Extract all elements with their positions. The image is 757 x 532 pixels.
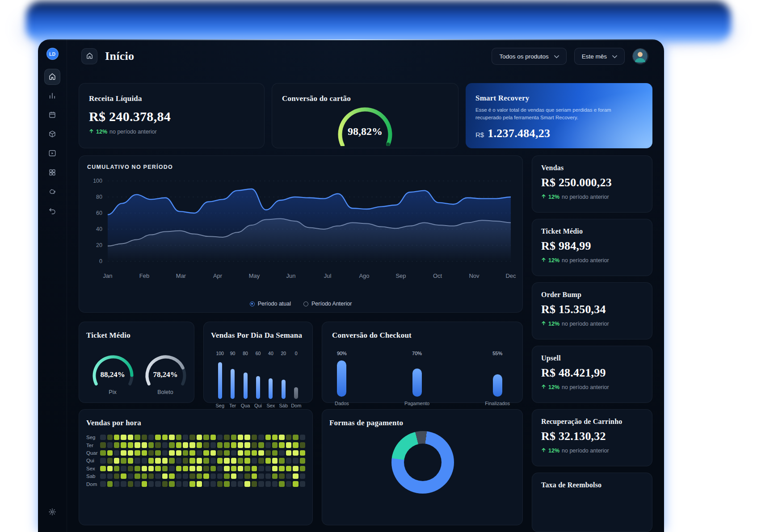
heatmap-cell [183, 458, 188, 463]
up-arrow-icon [541, 321, 546, 327]
heatmap-cell [244, 442, 250, 448]
delta-value: 12% [96, 129, 107, 135]
heatmap-cell [272, 481, 278, 486]
heatmap-cell [148, 473, 154, 479]
weekday-days-row: SegTerQuaQuiSexSábDom [211, 403, 305, 408]
heatmap-cell [197, 473, 202, 479]
product-filter-label: Todos os produtos [499, 53, 548, 60]
heatmap-row-label: Sab [86, 473, 100, 479]
heatmap-cell [279, 450, 284, 456]
stat-delta: 12% no período anterior [541, 384, 643, 390]
heatmap-cell [107, 435, 113, 440]
heatmap-cell [176, 481, 181, 486]
card-ticket-medio-gauges: Ticket Médio 88,24% Pix 78,24% Boleto [79, 322, 194, 403]
heatmap-cell [121, 450, 126, 456]
product-filter-dropdown[interactable]: Todos os produtos [492, 48, 566, 65]
stat-card-recuperacao-carrinho: Recuperação de Carrinho R$ 32.130,32 12%… [532, 409, 652, 466]
card-title: Conversão do Checkout [332, 331, 513, 340]
weekday-bar [231, 369, 235, 399]
heatmap-cell [189, 435, 195, 440]
sidebar-item-calendar[interactable] [44, 107, 60, 123]
heatmap-cell [258, 466, 264, 471]
period-filter-dropdown[interactable]: Este mês [574, 48, 625, 65]
heatmap-cell [224, 473, 229, 479]
kpi-value: R$ 240.378,84 [89, 109, 254, 124]
heatmap-cell [231, 466, 236, 471]
sidebar-item-apps[interactable] [44, 165, 60, 181]
heatmap-cell [293, 458, 298, 463]
heatmap-cell [135, 450, 140, 456]
heatmap-cell [203, 442, 209, 448]
heatmap-cell [176, 466, 181, 471]
heatmap-cell [217, 473, 223, 479]
stat-card-taxa-reembolso: Taxa de Reembolso [532, 473, 652, 532]
sidebar-item-products[interactable] [44, 126, 60, 142]
grid-icon [48, 168, 56, 178]
heatmap-cell [238, 450, 243, 456]
heatmap-cell [121, 481, 126, 486]
heatmap-row-label: Quar [86, 450, 100, 456]
weekday-axis-label: 20 [277, 351, 290, 356]
heatmap-cell [114, 435, 119, 440]
workspace-avatar[interactable]: LD [46, 48, 59, 60]
heatmap-cell [265, 466, 271, 471]
heatmap-cell [279, 458, 284, 463]
gauge-boleto-svg [139, 352, 193, 387]
stat-card-ticket-medio: Ticket Médio R$ 984,99 12% no período an… [532, 219, 652, 276]
heatmap-cell [100, 450, 105, 456]
svg-text:80: 80 [96, 194, 102, 200]
card-vendas-dia-semana: Vendas Por Dia Da Semana 10090806040200 … [203, 322, 313, 403]
heatmap-cell [135, 435, 140, 440]
user-avatar[interactable] [632, 48, 648, 64]
sidebar-item-back[interactable] [44, 203, 60, 219]
heatmap-cell [121, 435, 126, 440]
heatmap-cell [176, 435, 181, 440]
heatmap-cell [142, 481, 147, 486]
chevron-down-icon [554, 53, 559, 60]
legend-periodo-anterior[interactable]: Período Anterior [303, 301, 352, 307]
heatmap-cell [279, 473, 284, 479]
heatmap-cell [238, 473, 243, 479]
card-vendas-por-hora: Vendas por hora SegTerQuarQuiSexSabDom [79, 409, 313, 525]
sidebar-item-media[interactable] [44, 146, 60, 162]
heatmap-cell [128, 442, 133, 448]
legend-periodo-atual[interactable]: Período atual [250, 301, 291, 307]
heatmap-cell [135, 442, 140, 448]
heatmap-cell [176, 473, 181, 479]
sidebar-item-settings[interactable] [44, 504, 60, 520]
checkout-step: 90%Dados [335, 351, 349, 406]
checkout-bar [412, 369, 422, 397]
sidebar-item-home[interactable] [44, 69, 60, 85]
stat-value: R$ 984,99 [541, 239, 643, 253]
stat-delta: 12% no período anterior [541, 194, 643, 200]
heatmap-cell [107, 458, 113, 463]
gauge-value: 98,82% [272, 126, 458, 138]
heatmap-cell [265, 473, 271, 479]
heatmap-cell [300, 481, 305, 486]
heatmap-cell [272, 466, 278, 471]
heatmap-cell [107, 473, 113, 479]
heatmap-cell [210, 481, 216, 486]
sidebar-item-analytics[interactable] [44, 88, 60, 104]
heatmap-cell [100, 466, 105, 471]
heatmap-cell [114, 466, 119, 471]
heatmap-cell [210, 442, 216, 448]
heatmap-cell [142, 458, 147, 463]
heatmap-cell [265, 458, 271, 463]
heatmap-cell [238, 466, 243, 471]
undo-arrow-icon [48, 207, 56, 216]
heatmap-cell [279, 435, 284, 440]
heatmap-cell [300, 473, 305, 479]
heatmap-cell [258, 481, 264, 486]
up-arrow-icon [541, 384, 546, 390]
heatmap-cell [183, 435, 188, 440]
weekday-bar [294, 387, 298, 399]
card-receita-liquida: Receita Líquida R$ 240.378,84 12% no per… [79, 83, 265, 148]
heatmap-cell [238, 442, 243, 448]
heatmap-cell [300, 435, 305, 440]
home-chip-button[interactable] [81, 48, 97, 64]
card-conversao-checkout: Conversão do Checkout 90%Dados70%Pagamen… [322, 322, 523, 403]
sidebar-item-finance[interactable] [44, 184, 60, 200]
heatmap-cell [189, 466, 195, 471]
heatmap-cell [189, 473, 195, 479]
